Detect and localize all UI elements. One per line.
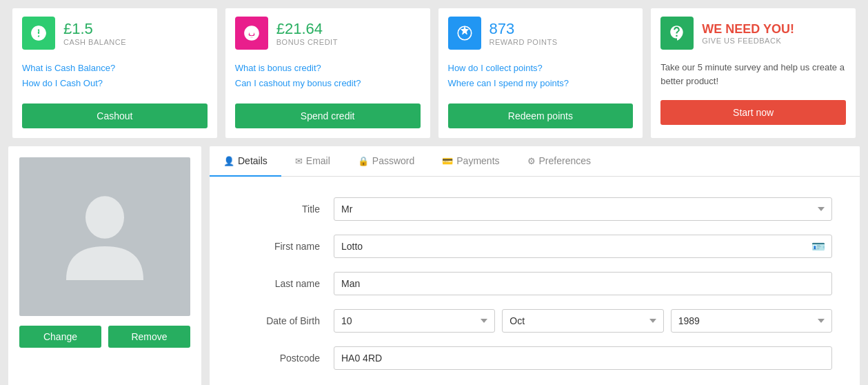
password-tab-icon: 🔒 <box>358 156 369 166</box>
title-select[interactable]: Mr Mrs Ms Dr <box>334 197 832 221</box>
svg-point-5 <box>85 196 124 239</box>
tab-email-label: Email <box>306 155 330 166</box>
cashout-button[interactable]: Cashout <box>22 103 208 128</box>
bonus-label: BONUS CREDIT <box>276 38 338 46</box>
top-cards-section: £ £1.5 CASH BALANCE What is Cash Balance… <box>0 0 868 146</box>
reward-btn-wrap: Redeem points <box>438 97 643 138</box>
tab-password[interactable]: 🔒 Password <box>344 146 428 177</box>
profile-tabs: 👤 Details ✉ Email 🔒 Password 💳 Payments … <box>210 146 860 177</box>
reward-points-values: 873 REWARD POINTS <box>489 20 558 46</box>
feedback-label: GIVE US FEEDBACK <box>702 37 794 45</box>
postcode-label: Postcode <box>237 353 334 364</box>
reward-points-header: 873 REWARD POINTS <box>438 8 643 58</box>
avatar-buttons: Change Remove <box>19 326 190 348</box>
reward-icon <box>448 17 481 50</box>
bonus-amount: £21.64 <box>276 20 338 38</box>
bonus-icon <box>235 17 268 50</box>
dob-label: Date of Birth <box>237 315 334 326</box>
reward-points-card: 873 REWARD POINTS How do I collect point… <box>438 8 643 138</box>
tab-preferences-label: Preferences <box>539 155 591 166</box>
cash-link-2[interactable]: How do I Cash Out? <box>22 76 208 91</box>
bonus-link-2[interactable]: Can I cashout my bonus credit? <box>235 76 421 91</box>
dob-month-select[interactable]: Oct JanFebMar AprMayJun JulAugSep NovDec <box>502 309 663 333</box>
spend-credit-button[interactable]: Spend credit <box>235 103 421 128</box>
bonus-links: What is bonus credit? Can I cashout my b… <box>225 58 430 97</box>
tab-email[interactable]: ✉ Email <box>281 146 344 177</box>
cash-balance-values: £1.5 CASH BALANCE <box>63 20 126 46</box>
tab-payments[interactable]: 💳 Payments <box>428 146 513 177</box>
details-tab-icon: 👤 <box>223 156 234 166</box>
feedback-icon <box>660 17 694 50</box>
cash-label: CASH BALANCE <box>63 38 126 46</box>
email-tab-icon: ✉ <box>295 156 303 166</box>
avatar-card: Change Remove <box>8 146 201 385</box>
tab-details[interactable]: 👤 Details <box>210 146 281 177</box>
bonus-credit-header: £21.64 BONUS CREDIT <box>225 8 430 58</box>
firstname-input[interactable] <box>334 235 832 258</box>
dob-group: 10 Oct JanFebMar AprMayJun JulAugSep Nov… <box>334 309 832 333</box>
title-row: Title Mr Mrs Ms Dr <box>237 197 832 221</box>
firstname-input-wrap: 🪪 <box>334 235 832 258</box>
lastname-input[interactable] <box>334 272 832 295</box>
feedback-header: WE NEED YOU! GIVE US FEEDBACK <box>651 8 856 58</box>
title-label: Title <box>237 204 334 215</box>
svg-point-3 <box>250 31 254 36</box>
lastname-row: Last name <box>237 272 832 295</box>
dob-day-select[interactable]: 10 <box>334 309 495 333</box>
reward-link-2[interactable]: Where can I spend my points? <box>448 76 634 91</box>
reward-links: How do I collect points? Where can I spe… <box>438 58 643 97</box>
dob-year-select[interactable]: 1989 <box>671 309 832 333</box>
lastname-label: Last name <box>237 278 334 289</box>
firstname-card-icon: 🪪 <box>811 240 825 253</box>
bottom-section: Change Remove 👤 Details ✉ Email 🔒 Passwo… <box>0 146 868 385</box>
tab-details-label: Details <box>238 155 268 166</box>
avatar-image <box>19 157 190 316</box>
change-avatar-button[interactable]: Change <box>19 326 101 348</box>
feedback-amount: WE NEED YOU! <box>702 22 794 37</box>
remove-avatar-button[interactable]: Remove <box>108 326 190 348</box>
feedback-values: WE NEED YOU! GIVE US FEEDBACK <box>702 22 794 45</box>
tab-payments-label: Payments <box>456 155 499 166</box>
cash-link-1[interactable]: What is Cash Balance? <box>22 61 208 76</box>
postcode-input[interactable] <box>334 346 832 370</box>
feedback-btn-wrap: Start now <box>651 93 856 135</box>
details-card: 👤 Details ✉ Email 🔒 Password 💳 Payments … <box>210 146 860 385</box>
reward-link-1[interactable]: How do I collect points? <box>448 61 634 76</box>
cash-icon: £ <box>22 17 55 50</box>
feedback-description: Take our 5 minute survey and help us cre… <box>660 61 846 88</box>
tab-preferences[interactable]: ⚙ Preferences <box>514 146 605 177</box>
bonus-credit-card: £21.64 BONUS CREDIT What is bonus credit… <box>225 8 430 138</box>
svg-text:£: £ <box>35 29 39 37</box>
postcode-row: Postcode <box>237 346 832 370</box>
reward-label: REWARD POINTS <box>489 38 558 46</box>
cash-links: What is Cash Balance? How do I Cash Out? <box>12 58 217 97</box>
cash-amount: £1.5 <box>63 20 126 38</box>
firstname-label: First name <box>237 241 334 252</box>
cash-balance-header: £ £1.5 CASH BALANCE <box>12 8 217 58</box>
preferences-tab-icon: ⚙ <box>527 156 536 166</box>
tab-password-label: Password <box>372 155 414 166</box>
redeem-points-button[interactable]: Redeem points <box>448 103 634 128</box>
feedback-text: Take our 5 minute survey and help us cre… <box>651 58 856 93</box>
cash-balance-card: £ £1.5 CASH BALANCE What is Cash Balance… <box>12 8 217 138</box>
firstname-row: First name 🪪 <box>237 235 832 258</box>
payments-tab-icon: 💳 <box>442 156 453 166</box>
bonus-btn-wrap: Spend credit <box>225 97 430 138</box>
bonus-credit-values: £21.64 BONUS CREDIT <box>276 20 338 46</box>
reward-amount: 873 <box>489 20 558 38</box>
start-now-button[interactable]: Start now <box>660 100 846 125</box>
cash-btn-wrap: Cashout <box>12 97 217 138</box>
details-form: Title Mr Mrs Ms Dr First name 🪪 Last nam… <box>210 177 860 385</box>
dob-row: Date of Birth 10 Oct JanFebMar AprMayJun… <box>237 309 832 333</box>
feedback-card: WE NEED YOU! GIVE US FEEDBACK Take our 5… <box>651 8 856 138</box>
bonus-link-1[interactable]: What is bonus credit? <box>235 61 421 76</box>
